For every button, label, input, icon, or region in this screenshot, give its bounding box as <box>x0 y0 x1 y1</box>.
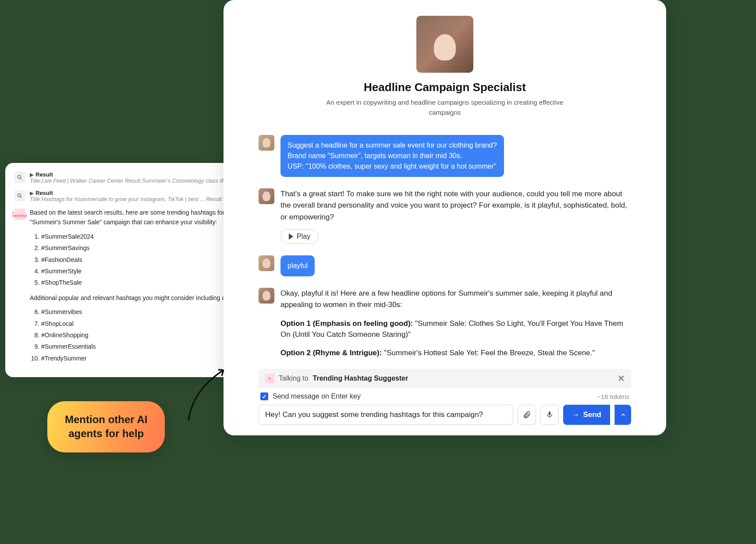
agent-text: That's a great start! To make sure we hi… <box>280 188 631 223</box>
user-avatar <box>259 135 274 151</box>
chevron-up-icon <box>620 412 626 418</box>
svg-rect-4 <box>549 412 551 416</box>
play-button[interactable]: Play <box>280 229 319 244</box>
voice-button[interactable] <box>540 405 559 425</box>
user-message: Suggest a headline for a summer sale eve… <box>259 135 631 177</box>
arrow-right-icon: → <box>572 410 579 419</box>
msg-line: USP: "100% clothes, super sexy and light… <box>287 161 497 172</box>
agent-text: Okay, playful it is! Here are a few head… <box>280 288 631 311</box>
result-label: Result <box>35 171 53 178</box>
hashtag-agent-icon: # <box>265 374 274 383</box>
svg-point-0 <box>18 175 21 178</box>
hashtag-item: #SummerStyle <box>41 265 238 277</box>
msg-line: Brand name "Summeir", targets woman in t… <box>287 151 497 161</box>
talking-to-bar: # Talking to Trending Hashtag Suggester … <box>259 369 631 388</box>
hashtag-item: #ShopTheSale <box>41 277 238 288</box>
hashtag-response: Based on the latest search results, here… <box>30 208 238 368</box>
expand-caret-icon[interactable]: ▶ <box>30 172 34 178</box>
result-label: Result <box>35 190 53 196</box>
user-bubble: playful <box>280 255 315 276</box>
microphone-icon <box>546 410 554 419</box>
chat-panel: Headline Campaign Specialist An expert i… <box>224 0 666 435</box>
hashtag-list-1: #SummerSale2024#SummerSavings#FashionDea… <box>41 231 238 289</box>
agent-avatar-small <box>259 288 274 304</box>
hashtag-mid-text: Additional popular and relevant hashtags… <box>30 293 238 303</box>
compose-area: # Talking to Trending Hashtag Suggester … <box>259 369 631 425</box>
hashtag-item: #ShopLocal <box>41 318 238 329</box>
play-icon <box>289 233 293 240</box>
hashtag-item: #TrendySummer <box>41 353 238 364</box>
token-count: ~16 tokens <box>597 393 629 400</box>
paperclip-icon <box>522 410 531 419</box>
agent-description: An expert in copywriting and headline ca… <box>318 98 572 117</box>
search-result-2[interactable]: ▶Result Title:Hashtags for #summersale t… <box>14 189 238 202</box>
svg-point-2 <box>18 194 21 197</box>
headline-option-2: Option 2 (Rhyme & Intrigue): "Summeir's … <box>280 347 631 359</box>
user-message: playful <box>259 255 631 276</box>
hashtag-intro: Based on the latest search results, here… <box>30 208 238 227</box>
hashtag-item: #SummerEssentials <box>41 341 238 352</box>
conversation: Suggest a headline for a summer sale eve… <box>259 135 631 358</box>
talking-prefix: Talking to <box>279 374 309 382</box>
search-icon <box>14 172 25 183</box>
hashtag-item: #SummerSale2024 <box>41 231 238 242</box>
feature-callout: Mention other AI agents for help <box>47 401 165 452</box>
send-button[interactable]: → Send <box>563 405 610 425</box>
hashtag-item: #SummerSavings <box>41 242 238 254</box>
hashtag-item: #OnlineShopping <box>41 329 238 341</box>
headline-option-1: Option 1 (Emphasis on feeling good): "Su… <box>280 318 631 340</box>
expand-caret-icon[interactable]: ▶ <box>30 190 34 196</box>
agent-avatar <box>416 16 473 73</box>
user-avatar <box>259 255 274 271</box>
hashtag-item: #FashionDeals <box>41 254 238 265</box>
search-icon <box>14 190 25 201</box>
send-on-enter-checkbox[interactable]: ✓ <box>260 392 268 400</box>
hashtag-list-2: #Summervibes#ShopLocal#OnlineShopping#Su… <box>41 306 238 364</box>
attach-button[interactable] <box>518 405 536 425</box>
agent-avatar-small <box>259 188 274 204</box>
hashtag-item: #Summervibes <box>41 306 238 318</box>
hashtag-results-panel: ▶Result Title:Live Feed | Walker Career … <box>5 163 246 377</box>
agent-message: Okay, playful it is! Here are a few head… <box>259 288 631 358</box>
user-bubble: Suggest a headline for a summer sale eve… <box>280 135 504 177</box>
result-subtitle: Title:Hashtags for #summersale to grow y… <box>30 196 238 202</box>
search-result-1[interactable]: ▶Result Title:Live Feed | Walker Career … <box>14 171 238 184</box>
send-options-button[interactable] <box>614 405 631 425</box>
talking-agent-name: Trending Hashtag Suggester <box>313 374 408 382</box>
send-label: Send <box>583 410 601 419</box>
hashtag-agent-icon: #HASHTAG <box>14 208 25 220</box>
message-input[interactable] <box>259 405 513 425</box>
play-label: Play <box>297 233 310 240</box>
svg-line-1 <box>21 178 22 180</box>
option-label: Option 2 (Rhyme & Intrigue): <box>280 349 382 357</box>
svg-line-3 <box>21 197 22 198</box>
callout-line: agents for help <box>65 427 147 441</box>
close-talking-button[interactable]: ✕ <box>618 373 625 384</box>
msg-line: Suggest a headline for a summer sale eve… <box>287 140 497 151</box>
agent-message: That's a great start! To make sure we hi… <box>259 188 631 244</box>
callout-line: Mention other AI <box>65 413 147 427</box>
option-text: "Summeir's Hottest Sale Yet: Feel the Br… <box>382 349 595 357</box>
send-on-enter-label: Send message on Enter key <box>273 392 361 400</box>
result-subtitle: Title:Live Feed | Walker Career Center R… <box>30 178 238 184</box>
option-label: Option 1 (Emphasis on feeling good): <box>280 319 413 328</box>
agent-title: Headline Campaign Specialist <box>259 81 631 94</box>
